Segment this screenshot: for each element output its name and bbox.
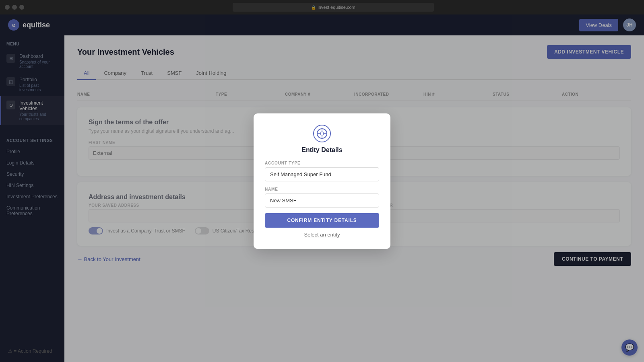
entity-details-modal: Entity Details ACCOUNT TYPE NAME CONFIRM…	[254, 113, 390, 249]
entity-name-input[interactable]	[265, 193, 379, 208]
svg-point-1	[320, 132, 324, 135]
name-label: NAME	[265, 187, 379, 191]
confirm-entity-details-button[interactable]: CONFIRM ENTITY DETAILS	[265, 213, 379, 228]
account-type-input[interactable]	[265, 167, 379, 181]
account-type-label: ACCOUNT TYPE	[265, 161, 379, 165]
modal-title: Entity Details	[265, 146, 379, 154]
modal-icon	[313, 125, 331, 142]
select-entity-link[interactable]: Select an entity	[265, 232, 379, 238]
modal-overlay[interactable]: Entity Details ACCOUNT TYPE NAME CONFIRM…	[0, 0, 644, 362]
modal-icon-wrap	[265, 125, 379, 142]
